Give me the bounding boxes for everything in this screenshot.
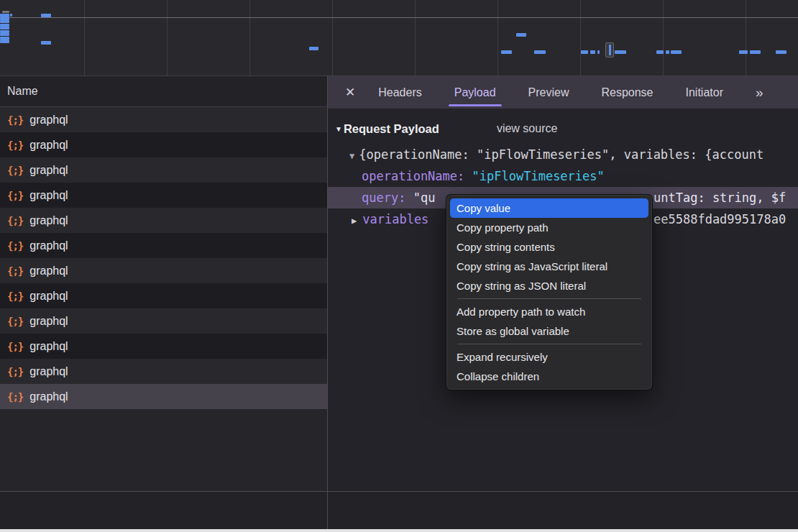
network-activity-bar xyxy=(656,50,664,54)
json-fetch-icon: {;} xyxy=(7,341,23,352)
property-key: operationName: xyxy=(362,169,464,183)
network-activity-bar xyxy=(776,50,786,54)
timeline-gridline xyxy=(167,0,168,75)
request-row[interactable]: {;}graphql xyxy=(0,183,327,208)
request-row[interactable]: {;}graphql xyxy=(0,208,327,233)
column-header-name[interactable]: Name xyxy=(0,76,327,107)
disclosure-triangle-icon[interactable]: ▶ xyxy=(349,216,357,226)
request-name-label: graphql xyxy=(29,315,68,328)
network-overview-timeline[interactable] xyxy=(0,0,798,75)
view-source-link[interactable]: view source xyxy=(497,122,557,135)
timeline-gridline xyxy=(332,0,333,75)
network-activity-bar xyxy=(309,47,318,50)
property-value-right: untTag: string, $f xyxy=(653,187,786,208)
tab-initiator[interactable]: Initiator xyxy=(686,76,723,109)
menu-item-add-property-path-to-watch[interactable]: Add property path to watch xyxy=(450,302,648,321)
network-activity-bar xyxy=(615,50,626,54)
json-fetch-icon: {;} xyxy=(7,316,23,327)
column-header-name-label: Name xyxy=(7,85,38,98)
timeline-gridline xyxy=(497,0,498,75)
tab-response[interactable]: Response xyxy=(601,76,653,109)
tree-row-operation-name[interactable]: operationName: "ipFlowTimeseries" xyxy=(328,165,798,187)
request-row[interactable]: {;}graphql xyxy=(0,132,327,157)
timeline-gridline xyxy=(580,0,581,75)
menu-item-copy-string-as-javascript-literal[interactable]: Copy string as JavaScript literal xyxy=(450,257,648,276)
request-row[interactable]: {;}graphql xyxy=(0,283,327,308)
request-row[interactable]: {;}graphql xyxy=(0,308,327,334)
panel-divider xyxy=(327,491,328,529)
collapse-triangle-icon[interactable]: ▼ xyxy=(335,125,342,133)
menu-item-collapse-children[interactable]: Collapse children xyxy=(450,367,648,386)
request-name-label: graphql xyxy=(29,239,68,252)
tab-headers[interactable]: Headers xyxy=(378,76,421,109)
requests-panel: Name {;}graphql{;}graphql{;}graphql{;}gr… xyxy=(0,75,327,491)
request-row[interactable]: {;}graphql xyxy=(0,384,327,409)
request-name-label: graphql xyxy=(29,214,68,227)
menu-item-copy-property-path[interactable]: Copy property path xyxy=(450,218,648,237)
network-activity-bar xyxy=(597,50,600,54)
tab-payload[interactable]: Payload xyxy=(454,76,496,109)
network-activity-bar xyxy=(0,27,9,29)
json-fetch-icon: {;} xyxy=(7,366,23,377)
timeline-marker-bar xyxy=(609,45,611,55)
network-activity-bar xyxy=(10,14,12,17)
property-key: variables xyxy=(362,212,428,226)
request-name-label: graphql xyxy=(29,390,68,403)
request-name-label: graphql xyxy=(29,139,68,152)
menu-separator xyxy=(457,298,641,299)
tree-row-root-preview[interactable]: ▼{operationName: "ipFlowTimeseries", var… xyxy=(328,144,798,165)
timeline-gridline xyxy=(415,0,416,75)
timeline-gridline xyxy=(249,0,250,75)
section-title: Request Payload xyxy=(344,122,439,136)
request-row[interactable]: {;}graphql xyxy=(0,233,327,258)
tabs-container: HeadersPayloadPreviewResponseInitiator xyxy=(378,76,756,109)
menu-item-expand-recursively[interactable]: Expand recursively xyxy=(450,347,648,367)
menu-item-copy-value[interactable]: Copy value xyxy=(450,198,648,218)
network-activity-bar xyxy=(750,50,761,54)
network-activity-bar xyxy=(590,50,595,54)
network-activity-bar xyxy=(2,11,9,13)
property-value-right: ee5588fdad995178a0 xyxy=(653,208,786,230)
request-row[interactable]: {;}graphql xyxy=(0,107,327,132)
network-activity-bar xyxy=(0,20,9,23)
json-fetch-icon: {;} xyxy=(7,265,23,277)
request-name-label: graphql xyxy=(29,189,68,202)
menu-item-copy-string-contents[interactable]: Copy string contents xyxy=(450,237,648,257)
root-object-preview: {operationName: "ipFlowTimeseries", vari… xyxy=(359,147,763,162)
network-activity-bar xyxy=(534,50,546,54)
network-activity-bar xyxy=(516,33,526,37)
json-fetch-icon: {;} xyxy=(7,240,23,252)
timeline-row-divider xyxy=(0,17,798,18)
request-row[interactable]: {;}graphql xyxy=(0,258,327,283)
more-tabs-icon[interactable]: » xyxy=(756,85,762,101)
disclosure-triangle-icon[interactable]: ▼ xyxy=(349,151,354,161)
network-activity-bar xyxy=(0,40,9,43)
request-payload-section-header[interactable]: ▼ Request Payload view source xyxy=(328,118,798,139)
menu-item-copy-string-as-json-literal[interactable]: Copy string as JSON literal xyxy=(450,276,648,295)
tab-preview[interactable]: Preview xyxy=(528,76,569,109)
json-fetch-icon: {;} xyxy=(7,391,23,403)
summary-bar xyxy=(0,491,798,529)
network-activity-bar xyxy=(666,50,669,54)
json-fetch-icon: {;} xyxy=(7,215,23,226)
request-name-label: graphql xyxy=(29,164,68,177)
request-row[interactable]: {;}graphql xyxy=(0,334,327,359)
json-fetch-icon: {;} xyxy=(7,190,23,201)
json-fetch-icon: {;} xyxy=(7,114,23,126)
network-activity-bar xyxy=(0,33,9,36)
json-fetch-icon: {;} xyxy=(7,290,23,302)
menu-item-store-as-global-variable[interactable]: Store as global variable xyxy=(450,321,648,341)
request-list: {;}graphql{;}graphql{;}graphql{;}graphql… xyxy=(0,107,327,409)
timeline-gridline xyxy=(746,0,746,75)
request-row[interactable]: {;}graphql xyxy=(0,157,327,183)
network-activity-bar xyxy=(581,50,588,54)
request-name-label: graphql xyxy=(29,114,68,127)
request-row[interactable]: {;}graphql xyxy=(0,359,327,384)
network-activity-bar xyxy=(739,50,748,54)
network-activity-bar xyxy=(671,50,682,54)
page-bottom-edge xyxy=(0,529,798,532)
request-name-label: graphql xyxy=(29,365,68,378)
property-value-left: "qu xyxy=(413,191,436,205)
close-icon[interactable]: ✕ xyxy=(345,85,355,100)
menu-separator xyxy=(457,344,641,344)
